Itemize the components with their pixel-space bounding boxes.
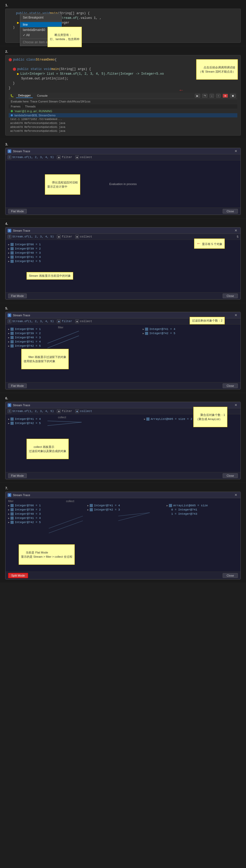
stage-icon: ▦ xyxy=(57,409,61,413)
debug-tab-console[interactable]: Console xyxy=(35,94,50,98)
stack-item: test-1 1200771652 /StreamDemoé... xyxy=(9,117,237,121)
section-1-number: 1. xyxy=(5,3,241,7)
frame-label: lambdaSmain$0$, StreamDemo xyxy=(14,114,56,117)
section-1: 1. public static void main (String[] arg… xyxy=(0,0,246,46)
stage-source: ☰ Stream.of(1, 2, 3, 4, 5) xyxy=(8,235,54,239)
step-into-btn[interactable]: ↓ xyxy=(210,94,214,98)
threads-label: Threads xyxy=(23,104,37,109)
code-line: } xyxy=(9,86,237,90)
stream-object: ▶ Integer@741 = 4 xyxy=(8,417,102,421)
section-4-number: 4. xyxy=(5,222,241,226)
window-close-button[interactable]: ✕ xyxy=(234,493,238,497)
stage-icon: ▦ xyxy=(57,155,61,159)
window-close-button[interactable]: ✕ xyxy=(234,228,238,232)
title-left: S Stream Trace xyxy=(8,403,30,407)
frame-item-main[interactable]: 'main'@1 in g..an', RUNNING xyxy=(9,109,237,113)
window-icon: S xyxy=(8,403,11,407)
frame-item-lambda[interactable]: lambdaSmain$0$, StreamDemo xyxy=(9,113,237,117)
flat-mode-button[interactable]: Flat Mode xyxy=(8,209,27,214)
close-button[interactable]: Close xyxy=(223,573,238,578)
stream-object: ▶ Integer@706 = 1 xyxy=(8,327,103,331)
bp-line-option[interactable]: line xyxy=(20,22,62,27)
filter-stage-label: filter xyxy=(8,499,13,503)
object-value: Integer@741 = 4 xyxy=(94,504,120,507)
window-titlebar: S Stream Trace ✕ xyxy=(5,227,241,234)
code-panel-1: public static void main (String[] args) … xyxy=(5,9,241,43)
close-button[interactable]: Close xyxy=(223,209,238,214)
stage-icon: ▦ xyxy=(57,235,61,239)
stream-object: ▶ Integer@739 = 2 xyxy=(8,331,103,336)
stream-trace-btn[interactable]: ≋ xyxy=(223,94,228,98)
separator xyxy=(20,21,62,21)
annotation-1: 断点类型有： 行、lambda，包含两种 xyxy=(48,27,82,47)
stream-object: 1 = Integer@743 xyxy=(166,512,238,516)
close-button[interactable]: Close xyxy=(223,473,238,478)
window-title: Stream Trace xyxy=(13,150,30,153)
window-title: Stream Trace xyxy=(13,494,30,497)
window-close-button[interactable]: ✕ xyxy=(234,403,238,407)
stage-collect: ▣ collect xyxy=(75,155,92,159)
flat-mode-button[interactable]: Flat Mode xyxy=(8,293,27,298)
window-close-button[interactable]: ✕ xyxy=(234,313,238,317)
code-text: ) xyxy=(13,25,15,30)
stage-label: Stream.of(1, 2, 3, 4, 5) xyxy=(12,320,54,323)
close-button[interactable]: Close xyxy=(223,293,238,298)
section-7-number: 7. xyxy=(5,486,241,490)
frames-list: 'main'@1 in g..an', RUNNING lambdaSmain$… xyxy=(9,109,237,117)
stage-filter: ▦ filter xyxy=(57,319,72,323)
bp-set-breakpoint[interactable]: Set Breakpoint xyxy=(20,15,62,20)
stream-bottom-bar: Flat Mode Close xyxy=(5,208,241,215)
title-left: S Stream Trace xyxy=(8,149,30,153)
object-icon xyxy=(10,251,13,254)
stream-object: ▶ Integer@706 = 1 xyxy=(8,503,80,508)
stream-object: ▶ Integer@742 = 5 xyxy=(143,331,238,336)
stage-label: collect xyxy=(80,320,92,323)
stream-trace-window-5: S Stream Trace ✕ ☰ Stream.of(1, 2, 3, 4,… xyxy=(5,312,241,390)
object-value: Integer@742 = 5 xyxy=(15,422,41,425)
stop-btn[interactable]: ⏹ xyxy=(230,94,236,98)
code-text: List<Integer> list = Stream.of(1, 2, 3, … xyxy=(20,71,164,76)
flat-mode-button[interactable]: Flat Mode xyxy=(8,383,27,388)
section-6: 6. S Stream Trace ✕ ☰ Stream.of(1, 2, 3,… xyxy=(0,393,246,483)
stream-bottom-bar: Flat Mode Close xyxy=(5,472,241,479)
step-over-btn[interactable]: ↷ xyxy=(202,94,208,98)
section-7: 7. S Stream Trace ✕ filter collect ▶ Int… xyxy=(0,483,246,583)
object-value: Integer@740 = 3 xyxy=(15,513,41,516)
stream-bottom-bar: Flat Mode Close xyxy=(5,382,241,389)
stream-object: ▶ Integer@741 = 4 xyxy=(8,516,80,520)
code-text: public static void xyxy=(17,67,52,71)
window-icon: S xyxy=(8,493,11,497)
stage-label: filter xyxy=(62,235,72,238)
stage-label: filter xyxy=(62,320,72,323)
window-close-button[interactable]: ✕ xyxy=(234,149,238,153)
source-panel: ▶ Integer@706 = 1 ▶ Integer@739 = 2 ▶ In… xyxy=(8,242,238,289)
object-icon xyxy=(10,504,13,507)
stage-label: Stream.of(1, 2, 3, 4, 5) xyxy=(12,410,54,413)
object-icon xyxy=(10,332,13,335)
stage-label: collect xyxy=(80,410,92,413)
stage-collect: ▣ collect xyxy=(75,319,92,323)
code-text: System.out.println(list); xyxy=(21,76,68,81)
annotation-2: 点击后就会调调用调试链 （有 Stream 流时才能点击） xyxy=(196,59,238,80)
close-button[interactable]: Close xyxy=(223,383,238,388)
code-text: (String[] args) { xyxy=(59,67,91,71)
code-text: .values 1, , xyxy=(79,16,101,21)
frame-label: 'main'@1 in g..an', RUNNING xyxy=(14,110,52,113)
flat-mode-button[interactable]: Flat Mode xyxy=(8,473,27,478)
stage-source: ☰ Stream.of(1, 2, 3, 4, 5) xyxy=(8,409,54,413)
resume-btn[interactable]: ▶ xyxy=(195,94,200,98)
collect-section-label: collect xyxy=(58,416,66,419)
object-icon xyxy=(10,336,13,339)
stack-item: ac7ce876 References#Update$181 java xyxy=(9,129,237,133)
section-4: 4. S Stream Trace ✕ ☰ Stream.of(1, 2, 3,… xyxy=(0,219,246,303)
window-icon: S xyxy=(8,229,11,232)
split-mode-button[interactable]: Split Mode xyxy=(8,573,28,578)
title-left: S Stream Trace xyxy=(8,229,30,232)
step-out-btn[interactable]: ↑ xyxy=(216,94,221,98)
object-icon xyxy=(10,255,13,259)
object-icon xyxy=(10,508,13,511)
stream-object: ▶ Integer@740 = 3 xyxy=(8,251,238,255)
debug-tab-debugger[interactable]: Debugger xyxy=(16,93,33,98)
section-5-number: 5. xyxy=(5,306,241,310)
stage-icon: ▣ xyxy=(75,235,79,239)
